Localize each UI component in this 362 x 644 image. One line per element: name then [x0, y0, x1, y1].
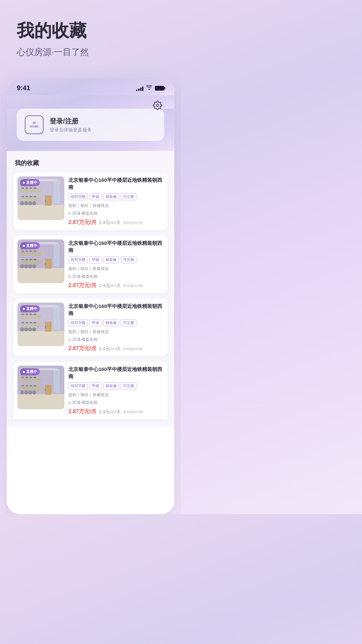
property-card[interactable]: 直播中 北京银泰中心160平中楼层近地铁精装朝西南 纯写字楼甲级精装修可注册 面… — [13, 299, 168, 356]
property-info: 北京银泰中心160平中楼层近地铁精装朝西南 纯写字楼甲级精装修可注册 面积｜朝向… — [64, 176, 164, 226]
price-main: 2.87万元/月 — [68, 219, 97, 226]
price-unit: 2.4元/㎡/天 — [99, 220, 121, 226]
svg-point-40 — [20, 264, 24, 268]
settings-button[interactable] — [151, 99, 164, 112]
live-badge-text: 直播中 — [26, 306, 37, 311]
page-title: 我的收藏 — [17, 20, 164, 41]
live-badge: 直播中 — [20, 242, 40, 249]
svg-rect-12 — [29, 196, 32, 197]
svg-rect-63 — [25, 322, 28, 323]
property-tag: 精装修 — [103, 382, 119, 389]
property-location: 区域·楼盘名称 — [68, 211, 164, 216]
svg-rect-87 — [21, 386, 41, 390]
property-tag: 精装修 — [103, 193, 119, 200]
svg-rect-99 — [29, 377, 32, 378]
property-title: 北京银泰中心160平中楼层近地铁精装朝西南 — [68, 176, 164, 191]
location-icon — [68, 275, 71, 278]
svg-rect-35 — [21, 260, 41, 264]
login-section: INUANG 登录/注册 登录后体验更多服务 — [7, 109, 174, 151]
price-main: 2.87万元/月 — [68, 408, 97, 415]
property-tag: 可注册 — [121, 319, 136, 326]
favorites-section-title: 我的收藏 — [13, 159, 168, 167]
live-badge: 直播中 — [20, 179, 40, 186]
property-tag: 精装修 — [103, 256, 119, 263]
svg-rect-21 — [29, 187, 32, 189]
property-list: 直播中 北京银泰中心160平中楼层近地铁精装朝西南 纯写字楼甲级精装修可注册 面… — [13, 172, 168, 419]
login-subtitle: 登录后体验更多服务 — [50, 127, 156, 133]
location-text: 区域·楼盘名称 — [72, 400, 98, 406]
page-subtitle: 心仪房源·一目了然 — [17, 46, 164, 58]
svg-point-95 — [32, 390, 36, 394]
property-tags: 纯写字楼甲级精装修可注册 — [68, 382, 164, 389]
status-icons — [136, 85, 164, 91]
svg-rect-11 — [25, 196, 28, 197]
svg-rect-85 — [45, 385, 52, 395]
login-title: 登录/注册 — [50, 117, 156, 126]
svg-rect-65 — [34, 322, 36, 323]
svg-rect-32 — [17, 268, 64, 283]
price-old: 3.0元/㎡/天 — [123, 283, 143, 289]
property-tag: 甲级 — [89, 382, 102, 389]
property-tags: 纯写字楼甲级精装修可注册 — [68, 319, 164, 326]
svg-rect-6 — [17, 205, 64, 220]
price-old: 3.0元/㎡/天 — [123, 220, 143, 226]
svg-point-66 — [20, 327, 24, 331]
app-logo: INUANG — [25, 115, 44, 134]
svg-rect-84 — [17, 394, 64, 409]
property-title: 北京银泰中心160平中楼层近地铁精装朝西南 — [68, 366, 164, 380]
property-price: 2.87万元/月 2.4元/㎡/天 3.0元/㎡/天 — [68, 345, 164, 352]
svg-rect-20 — [25, 187, 28, 189]
property-tag: 甲级 — [89, 256, 102, 263]
svg-rect-97 — [21, 377, 24, 378]
property-image: 直播中 — [17, 176, 64, 220]
status-bar: 9:41 — [7, 78, 174, 95]
price-old: 3.0元/㎡/天 — [123, 346, 143, 352]
property-tag: 可注册 — [121, 382, 136, 389]
location-text: 区域·楼盘名称 — [72, 337, 98, 342]
price-main: 2.87万元/月 — [68, 282, 97, 289]
property-image: 直播中 — [17, 303, 64, 346]
price-unit: 2.4元/㎡/天 — [99, 409, 121, 415]
svg-point-43 — [32, 264, 36, 268]
svg-rect-47 — [29, 251, 32, 252]
location-text: 区域·楼盘名称 — [72, 211, 98, 216]
property-price: 2.87万元/月 2.4元/㎡/天 3.0元/㎡/天 — [68, 282, 164, 289]
property-price: 2.87万元/月 2.4元/㎡/天 3.0元/㎡/天 — [68, 408, 164, 415]
svg-point-41 — [24, 264, 28, 268]
page-header: 我的收藏 心仪房源·一目了然 — [0, 0, 181, 68]
svg-rect-48 — [34, 251, 36, 252]
live-badge-text: 直播中 — [26, 369, 37, 374]
svg-rect-39 — [34, 259, 36, 260]
svg-rect-70 — [21, 314, 41, 319]
property-title: 北京银泰中心160平中楼层近地铁精装朝西南 — [68, 303, 164, 317]
svg-rect-89 — [25, 385, 28, 386]
live-dot-icon — [23, 308, 25, 310]
login-card[interactable]: INUANG 登录/注册 登录后体验更多服务 — [17, 109, 164, 141]
svg-point-34 — [45, 263, 46, 265]
svg-rect-91 — [34, 385, 36, 386]
property-card[interactable]: 直播中 北京银泰中心160平中楼层近地铁精装朝西南 纯写字楼甲级精装修可注册 面… — [13, 362, 168, 419]
property-info: 北京银泰中心160平中楼层近地铁精装朝西南 纯写字楼甲级精装修可注册 面积｜朝向… — [64, 239, 164, 289]
svg-rect-22 — [34, 187, 36, 189]
svg-point-42 — [28, 264, 32, 268]
svg-rect-18 — [21, 188, 41, 193]
property-tag: 甲级 — [89, 193, 102, 200]
location-icon — [68, 212, 71, 215]
property-attrs: 面积｜朝向｜装修情况 — [68, 329, 164, 335]
property-card[interactable]: 直播中 北京银泰中心160平中楼层近地铁精装朝西南 纯写字楼甲级精装修可注册 面… — [13, 235, 168, 293]
property-card[interactable]: 直播中 北京银泰中心160平中楼层近地铁精装朝西南 纯写字楼甲级精装修可注册 面… — [13, 172, 168, 230]
property-tag: 纯写字楼 — [68, 256, 88, 263]
live-dot-icon — [23, 371, 25, 373]
svg-point-8 — [45, 200, 46, 202]
svg-rect-9 — [21, 197, 41, 201]
gear-icon — [153, 101, 162, 110]
live-dot-icon — [23, 182, 25, 184]
property-tag: 精装修 — [103, 319, 119, 326]
svg-rect-46 — [25, 251, 28, 252]
svg-rect-13 — [34, 196, 36, 197]
battery-icon — [155, 86, 164, 91]
price-old: 3.0元/㎡/天 — [123, 409, 143, 415]
property-attrs: 面积｜朝向｜装修情况 — [68, 203, 164, 209]
svg-rect-90 — [29, 385, 32, 386]
svg-rect-38 — [29, 259, 32, 260]
